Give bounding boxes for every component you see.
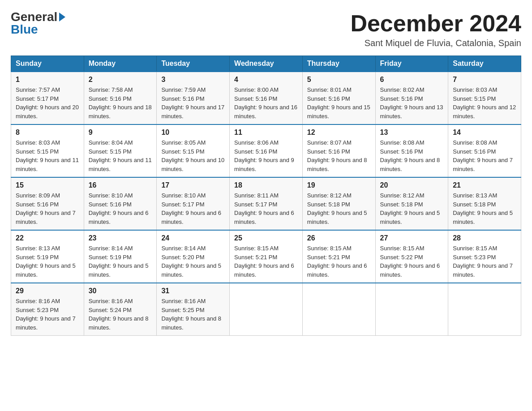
- table-row: 6 Sunrise: 8:02 AM Sunset: 5:16 PM Dayli…: [375, 72, 448, 124]
- col-sunday: Sunday: [11, 56, 84, 72]
- table-row: 24 Sunrise: 8:14 AM Sunset: 5:20 PM Dayl…: [157, 230, 230, 283]
- day-info: Sunrise: 8:04 AM Sunset: 5:15 PM Dayligh…: [89, 138, 152, 173]
- day-info: Sunrise: 8:14 AM Sunset: 5:19 PM Dayligh…: [89, 244, 152, 279]
- table-row: 4 Sunrise: 8:00 AM Sunset: 5:16 PM Dayli…: [230, 72, 303, 124]
- day-number: 28: [453, 234, 516, 242]
- table-row: 21 Sunrise: 8:13 AM Sunset: 5:18 PM Dayl…: [448, 177, 521, 230]
- day-number: 13: [380, 128, 444, 137]
- day-info: Sunrise: 8:12 AM Sunset: 5:18 PM Dayligh…: [307, 191, 371, 226]
- table-row: 8 Sunrise: 8:03 AM Sunset: 5:15 PM Dayli…: [11, 124, 84, 177]
- table-row: 28 Sunrise: 8:15 AM Sunset: 5:23 PM Dayl…: [448, 230, 521, 283]
- day-info: Sunrise: 8:14 AM Sunset: 5:20 PM Dayligh…: [161, 244, 225, 279]
- day-number: 10: [161, 128, 225, 137]
- day-number: 24: [161, 234, 225, 242]
- day-info: Sunrise: 8:15 AM Sunset: 5:22 PM Dayligh…: [380, 244, 444, 279]
- day-number: 20: [380, 181, 444, 189]
- table-row: 13 Sunrise: 8:08 AM Sunset: 5:16 PM Dayl…: [375, 124, 448, 177]
- table-row: 3 Sunrise: 7:59 AM Sunset: 5:16 PM Dayli…: [157, 72, 230, 124]
- table-row: 15 Sunrise: 8:09 AM Sunset: 5:16 PM Dayl…: [11, 177, 84, 230]
- day-info: Sunrise: 8:08 AM Sunset: 5:16 PM Dayligh…: [380, 138, 444, 173]
- day-number: 8: [16, 128, 79, 137]
- day-info: Sunrise: 7:58 AM Sunset: 5:16 PM Dayligh…: [89, 86, 152, 120]
- day-info: Sunrise: 8:03 AM Sunset: 5:15 PM Dayligh…: [16, 138, 79, 173]
- calendar-week-row: 22 Sunrise: 8:13 AM Sunset: 5:19 PM Dayl…: [11, 230, 521, 283]
- table-row: 5 Sunrise: 8:01 AM Sunset: 5:16 PM Dayli…: [302, 72, 375, 124]
- calendar-week-row: 1 Sunrise: 7:57 AM Sunset: 5:17 PM Dayli…: [11, 72, 521, 124]
- table-row: [448, 283, 521, 336]
- col-saturday: Saturday: [448, 56, 521, 72]
- table-row: 22 Sunrise: 8:13 AM Sunset: 5:19 PM Dayl…: [11, 230, 84, 283]
- day-info: Sunrise: 8:16 AM Sunset: 5:25 PM Dayligh…: [161, 297, 225, 332]
- table-row: 31 Sunrise: 8:16 AM Sunset: 5:25 PM Dayl…: [157, 283, 230, 336]
- day-number: 30: [89, 287, 152, 295]
- table-row: 26 Sunrise: 8:15 AM Sunset: 5:21 PM Dayl…: [302, 230, 375, 283]
- day-info: Sunrise: 8:10 AM Sunset: 5:16 PM Dayligh…: [89, 191, 152, 226]
- table-row: 10 Sunrise: 8:05 AM Sunset: 5:15 PM Dayl…: [157, 124, 230, 177]
- day-info: Sunrise: 7:59 AM Sunset: 5:16 PM Dayligh…: [161, 86, 225, 120]
- location-text: Sant Miquel de Fluvia, Catalonia, Spain: [350, 38, 521, 48]
- day-number: 25: [234, 234, 298, 242]
- table-row: 20 Sunrise: 8:12 AM Sunset: 5:18 PM Dayl…: [375, 177, 448, 230]
- day-number: 16: [89, 181, 152, 189]
- day-number: 26: [307, 234, 371, 242]
- day-number: 18: [234, 181, 298, 189]
- day-info: Sunrise: 8:12 AM Sunset: 5:18 PM Dayligh…: [380, 191, 444, 226]
- day-info: Sunrise: 8:13 AM Sunset: 5:18 PM Dayligh…: [453, 191, 516, 226]
- col-friday: Friday: [375, 56, 448, 72]
- day-number: 4: [234, 76, 298, 84]
- day-number: 29: [16, 287, 79, 295]
- table-row: 30 Sunrise: 8:16 AM Sunset: 5:24 PM Dayl…: [84, 283, 157, 336]
- day-info: Sunrise: 8:13 AM Sunset: 5:19 PM Dayligh…: [16, 244, 79, 279]
- day-number: 11: [234, 128, 298, 137]
- day-info: Sunrise: 8:10 AM Sunset: 5:17 PM Dayligh…: [161, 191, 225, 226]
- day-number: 9: [89, 128, 152, 137]
- table-row: [375, 283, 448, 336]
- col-wednesday: Wednesday: [230, 56, 303, 72]
- day-info: Sunrise: 7:57 AM Sunset: 5:17 PM Dayligh…: [16, 86, 79, 120]
- table-row: 12 Sunrise: 8:07 AM Sunset: 5:16 PM Dayl…: [302, 124, 375, 177]
- col-monday: Monday: [84, 56, 157, 72]
- day-info: Sunrise: 8:16 AM Sunset: 5:23 PM Dayligh…: [16, 297, 79, 332]
- day-info: Sunrise: 8:09 AM Sunset: 5:16 PM Dayligh…: [16, 191, 79, 226]
- table-row: 19 Sunrise: 8:12 AM Sunset: 5:18 PM Dayl…: [302, 177, 375, 230]
- table-row: [302, 283, 375, 336]
- table-row: 25 Sunrise: 8:15 AM Sunset: 5:21 PM Dayl…: [230, 230, 303, 283]
- day-info: Sunrise: 8:15 AM Sunset: 5:21 PM Dayligh…: [307, 244, 371, 279]
- day-info: Sunrise: 8:07 AM Sunset: 5:16 PM Dayligh…: [307, 138, 371, 173]
- day-info: Sunrise: 8:15 AM Sunset: 5:21 PM Dayligh…: [234, 244, 298, 279]
- day-info: Sunrise: 8:00 AM Sunset: 5:16 PM Dayligh…: [234, 86, 298, 120]
- calendar-header-row: Sunday Monday Tuesday Wednesday Thursday…: [11, 56, 521, 72]
- table-row: 23 Sunrise: 8:14 AM Sunset: 5:19 PM Dayl…: [84, 230, 157, 283]
- day-number: 21: [453, 181, 516, 189]
- col-tuesday: Tuesday: [157, 56, 230, 72]
- day-info: Sunrise: 8:06 AM Sunset: 5:16 PM Dayligh…: [234, 138, 298, 173]
- day-number: 3: [161, 76, 225, 84]
- day-number: 14: [453, 128, 516, 137]
- day-info: Sunrise: 8:08 AM Sunset: 5:16 PM Dayligh…: [453, 138, 516, 173]
- calendar-table: Sunday Monday Tuesday Wednesday Thursday…: [11, 56, 521, 336]
- day-number: 5: [307, 76, 371, 84]
- logo-triangle-icon: [59, 13, 65, 21]
- day-info: Sunrise: 8:03 AM Sunset: 5:15 PM Dayligh…: [453, 86, 516, 120]
- day-info: Sunrise: 8:02 AM Sunset: 5:16 PM Dayligh…: [380, 86, 444, 120]
- day-info: Sunrise: 8:05 AM Sunset: 5:15 PM Dayligh…: [161, 138, 225, 173]
- day-number: 1: [16, 76, 79, 84]
- day-number: 2: [89, 76, 152, 84]
- title-block: December 2024 Sant Miquel de Fluvia, Cat…: [350, 11, 521, 48]
- table-row: 17 Sunrise: 8:10 AM Sunset: 5:17 PM Dayl…: [157, 177, 230, 230]
- day-number: 19: [307, 181, 371, 189]
- day-number: 15: [16, 181, 79, 189]
- day-number: 17: [161, 181, 225, 189]
- day-number: 12: [307, 128, 371, 137]
- day-info: Sunrise: 8:01 AM Sunset: 5:16 PM Dayligh…: [307, 86, 371, 120]
- table-row: 14 Sunrise: 8:08 AM Sunset: 5:16 PM Dayl…: [448, 124, 521, 177]
- logo-general-text: General: [11, 11, 57, 23]
- table-row: 27 Sunrise: 8:15 AM Sunset: 5:22 PM Dayl…: [375, 230, 448, 283]
- calendar-week-row: 8 Sunrise: 8:03 AM Sunset: 5:15 PM Dayli…: [11, 124, 521, 177]
- day-number: 27: [380, 234, 444, 242]
- day-number: 7: [453, 76, 516, 84]
- table-row: 7 Sunrise: 8:03 AM Sunset: 5:15 PM Dayli…: [448, 72, 521, 124]
- table-row: 18 Sunrise: 8:11 AM Sunset: 5:17 PM Dayl…: [230, 177, 303, 230]
- table-row: 29 Sunrise: 8:16 AM Sunset: 5:23 PM Dayl…: [11, 283, 84, 336]
- table-row: [230, 283, 303, 336]
